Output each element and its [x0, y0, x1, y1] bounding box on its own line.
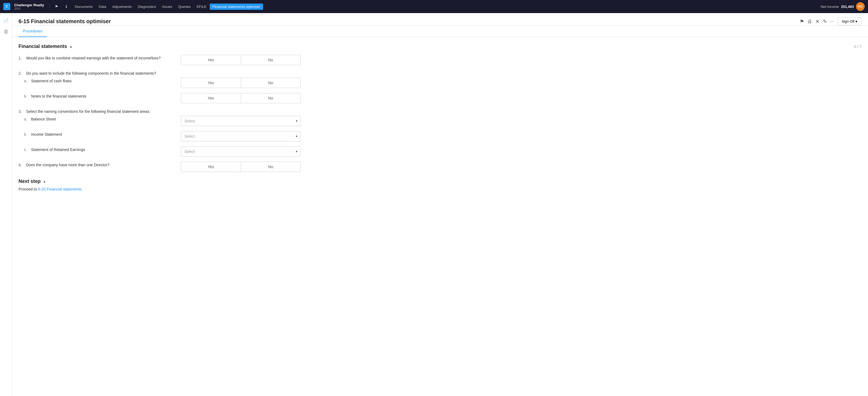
close-icon[interactable]: ✕ [815, 19, 819, 25]
question-3c-num: c. [24, 147, 29, 152]
question-3c-select-wrapper: Select ▾ [181, 146, 301, 157]
nav-adjustments[interactable]: Adjustments [110, 4, 134, 10]
header-actions: ⚑ 🖨 ✕ ✎ ··· Sign Off ▾ [800, 18, 862, 25]
question-4-text: Does the company have more than one Dire… [26, 163, 177, 167]
sidebar-list-icon[interactable]: ☰ [2, 27, 10, 36]
question-3b-select-wrapper: Select ▾ [181, 131, 301, 141]
question-2b-yes-button[interactable]: Yes [181, 93, 241, 103]
more-icon[interactable]: ··· [830, 19, 834, 24]
question-4-row: 4. Does the company have more than one D… [19, 162, 862, 172]
section-header: Financial statements ▲ 0 / 7 [19, 44, 862, 49]
question-3a-num: a. [24, 117, 29, 121]
brand-name: Challenger Realty [14, 3, 44, 7]
info-nav-icon[interactable]: ℹ [62, 2, 70, 11]
next-step-text: Proceed to 6-20 Financial statements [19, 187, 862, 191]
print-icon[interactable]: 🖨 [807, 19, 812, 24]
section-title-text: Financial statements [19, 44, 67, 49]
question-2b-num: b. [24, 94, 29, 98]
question-4-yes-no: Yes No [181, 162, 301, 172]
edit-icon[interactable]: ✎ [823, 19, 827, 25]
question-3c-row: c. Statement of Retained Earnings Select… [19, 146, 862, 157]
question-3-row: 3. Select the naming conventions for the… [19, 108, 862, 114]
next-step-title: Next step ▲ [19, 178, 862, 184]
question-3a-text: Balance Sheet [31, 117, 177, 121]
question-4-yes-button[interactable]: Yes [181, 162, 241, 172]
question-1-yes-button[interactable]: Yes [181, 55, 241, 65]
question-1-row: 1. Would you like to combine retained ea… [19, 55, 862, 65]
question-2-label: 2. Do you want to include the following … [19, 70, 177, 76]
proceed-text: Proceed to [19, 187, 38, 191]
question-3a-label: a. Balance Sheet [19, 116, 177, 121]
question-2b-text: Notes to the financial statements [31, 94, 177, 98]
question-2-num: 2. [19, 71, 24, 76]
content-area: Financial statements ▲ 0 / 7 1. Would yo… [12, 37, 868, 396]
question-2a-yes-button[interactable]: Yes [181, 78, 241, 88]
tabs: Procedures [12, 26, 868, 37]
question-3-text: Select the naming conventions for the fo… [26, 109, 177, 114]
question-1-text: Would you like to combine retained earni… [26, 56, 177, 60]
flag-nav-icon[interactable]: ⚑ [53, 2, 61, 11]
nav-divider [50, 3, 50, 10]
nav-financial-statements-optimiser[interactable]: Financial statements optimiser [210, 4, 263, 10]
page-title: 6-15 Financial statements optimiser [19, 18, 111, 25]
question-4-num: 4. [19, 163, 24, 167]
question-2b-label: b. Notes to the financial statements [19, 93, 177, 98]
net-income-area: Net Income 251,483 KC [821, 2, 865, 11]
question-2a-yes-no: Yes No [181, 78, 301, 88]
question-2a-text: Statement of cash flows [31, 79, 177, 83]
question-3b-select[interactable]: Select [181, 131, 301, 141]
main-content: 6-15 Financial statements optimiser ⚑ 🖨 … [12, 13, 868, 396]
brand: Challenger Realty 2018 [14, 3, 44, 10]
question-2a-row: a. Statement of cash flows Yes No [19, 78, 862, 88]
question-3a-row: a. Balance Sheet Select ▾ [19, 116, 862, 126]
avatar[interactable]: KC [856, 2, 865, 11]
nav-data[interactable]: Data [96, 4, 109, 10]
section-collapse-icon[interactable]: ▲ [69, 45, 73, 49]
question-1-yes-no: Yes No [181, 55, 301, 65]
question-3a-select-wrapper: Select ▾ [181, 116, 301, 126]
brand-icon: C [3, 3, 10, 10]
question-2b-row: b. Notes to the financial statements Yes… [19, 93, 862, 103]
next-step-title-text: Next step [19, 178, 40, 184]
nav-diagnostics[interactable]: Diagnostics [135, 4, 159, 10]
question-3c-select[interactable]: Select [181, 146, 301, 157]
nav-efile[interactable]: EFILE [194, 4, 209, 10]
question-3a-select[interactable]: Select [181, 116, 301, 126]
sign-off-label: Sign Off [842, 19, 855, 23]
question-1-label: 1. Would you like to combine retained ea… [19, 55, 177, 60]
nav-issues[interactable]: Issues [159, 4, 175, 10]
next-step-collapse-icon[interactable]: ▲ [43, 179, 46, 183]
page-header: 6-15 Financial statements optimiser ⚑ 🖨 … [12, 13, 868, 26]
question-2b-no-button[interactable]: No [241, 93, 301, 103]
question-3b-num: b. [24, 132, 29, 137]
net-income-value: 251,483 [841, 5, 854, 9]
top-nav: C Challenger Realty 2018 ⚑ ℹ Documents D… [0, 0, 868, 13]
net-income-label: Net Income [821, 5, 839, 9]
layout: 📄 ☰ 6-15 Financial statements optimiser … [0, 13, 868, 396]
question-4-no-button[interactable]: No [241, 162, 301, 172]
tab-procedures[interactable]: Procedures [19, 26, 47, 37]
nav-queries[interactable]: Queries [176, 4, 193, 10]
question-3c-label: c. Statement of Retained Earnings [19, 146, 177, 152]
sidebar-file-icon[interactable]: 📄 [2, 16, 10, 25]
section-progress: 0 / 7 [854, 45, 862, 49]
section-title: Financial statements ▲ [19, 44, 73, 49]
question-2a-num: a. [24, 79, 29, 83]
question-3-num: 3. [19, 109, 24, 114]
brand-year: 2018 [14, 7, 20, 10]
question-2a-no-button[interactable]: No [241, 78, 301, 88]
sign-off-button[interactable]: Sign Off ▾ [837, 18, 862, 25]
question-2-row: 2. Do you want to include the following … [19, 70, 862, 76]
nav-documents[interactable]: Documents [72, 4, 96, 10]
flag-icon[interactable]: ⚑ [800, 19, 804, 25]
question-3b-text: Income Statement [31, 132, 177, 137]
question-3b-row: b. Income Statement Select ▾ [19, 131, 862, 141]
question-3-label: 3. Select the naming conventions for the… [19, 108, 177, 114]
nav-links: Documents Data Adjustments Diagnostics I… [72, 4, 819, 10]
sign-off-chevron: ▾ [856, 19, 857, 23]
question-1-no-button[interactable]: No [241, 55, 301, 65]
question-4-label: 4. Does the company have more than one D… [19, 162, 177, 167]
next-step-link[interactable]: 6-20 Financial statements [38, 187, 82, 191]
question-2a-label: a. Statement of cash flows [19, 78, 177, 83]
next-step-section: Next step ▲ Proceed to 6-20 Financial st… [19, 178, 862, 191]
